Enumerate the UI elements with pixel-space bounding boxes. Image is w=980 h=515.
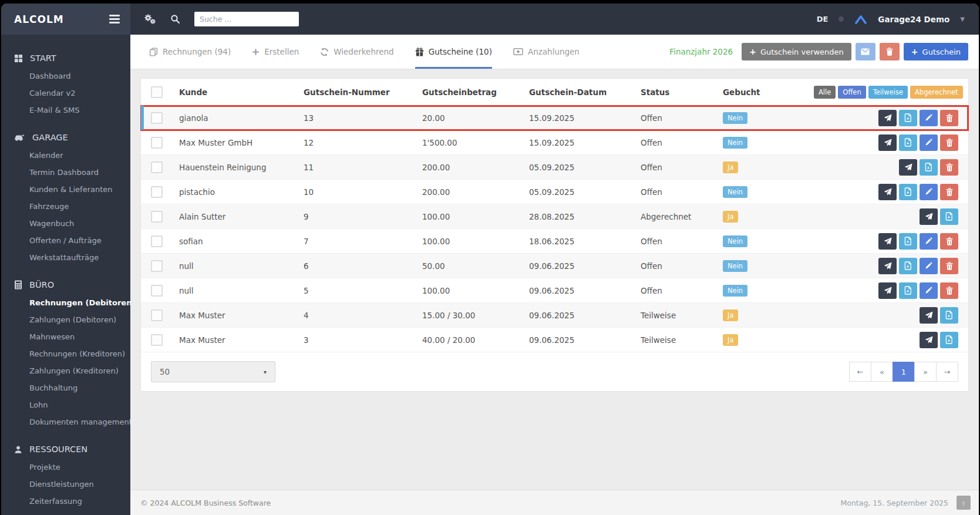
pdf-row-button[interactable]	[899, 258, 917, 274]
edit-row-button[interactable]	[920, 184, 938, 200]
delete-row-button[interactable]	[940, 110, 958, 126]
delete-row-button[interactable]	[940, 159, 958, 176]
column-header-gebucht[interactable]: Gebucht	[723, 87, 814, 97]
sidebar-item-offerten-auftr-ge[interactable]: Offerten / Aufträge	[1, 232, 130, 249]
row-checkbox[interactable]	[151, 309, 163, 321]
sidebar-item-zeiterfassung[interactable]: Zeiterfassung	[1, 493, 130, 510]
scroll-top-button[interactable]: ↑	[957, 496, 971, 510]
sidebar-item-rechnungen-kreditoren[interactable]: Rechnungen (Kreditoren)	[1, 345, 130, 362]
edit-row-button[interactable]	[920, 134, 938, 151]
page-button-[interactable]: »	[914, 362, 937, 382]
delete-row-button[interactable]	[940, 184, 958, 200]
table-row-max-muster-3[interactable]: Max Muster340.00 / 20.0009.06.2025Teilwe…	[141, 328, 968, 352]
sidebar-item-produkte[interactable]: Produkte	[1, 510, 130, 515]
pdf-row-button[interactable]	[899, 134, 917, 151]
column-header-status[interactable]: Status	[641, 87, 723, 97]
row-checkbox[interactable]	[151, 112, 163, 124]
language-selector[interactable]: DE	[817, 15, 829, 23]
sidebar-item-rechnungen-debitoren[interactable]: Rechnungen (Debitoren)	[1, 294, 130, 311]
table-row-max-muster-gmbh-12[interactable]: Max Muster GmbH121'500.0015.09.2025Offen…	[141, 130, 968, 155]
row-checkbox[interactable]	[151, 186, 163, 198]
filter-badge-alle[interactable]: Alle	[814, 86, 836, 99]
new-voucher-button[interactable]: +Gutschein	[904, 43, 968, 60]
edit-row-button[interactable]	[920, 110, 938, 126]
pdf-row-button[interactable]	[940, 208, 958, 225]
pdf-row-button[interactable]	[899, 110, 917, 126]
column-header-nummer[interactable]: Gutschein-Nummer	[304, 87, 422, 97]
sidebar-item-kunden-lieferanten[interactable]: Kunden & Lieferanten	[1, 181, 130, 198]
filter-badge-offen[interactable]: Offen	[838, 86, 866, 99]
delete-row-button[interactable]	[940, 233, 958, 250]
tab-anzahlungen[interactable]: Anzahlungen	[513, 35, 580, 69]
column-header-datum[interactable]: Gutschein-Datum	[529, 87, 641, 97]
use-voucher-button[interactable]: +Gutschein verwenden	[742, 43, 851, 60]
delete-row-button[interactable]	[940, 134, 958, 151]
sidebar-item-kalender[interactable]: Kalender	[1, 147, 130, 164]
pdf-row-button[interactable]	[899, 184, 917, 200]
search-icon[interactable]	[170, 14, 180, 24]
tab-rechnungen-94[interactable]: Rechnungen (94)	[149, 35, 231, 69]
sidebar-item-projekte[interactable]: Projekte	[1, 459, 130, 476]
sidebar-item-termin-dashboard[interactable]: Termin Dashboard	[1, 164, 130, 181]
edit-row-button[interactable]	[920, 282, 938, 299]
sidebar-item-zahlungen-kreditoren[interactable]: Zahlungen (Kreditoren)	[1, 362, 130, 379]
row-checkbox[interactable]	[151, 211, 163, 223]
pdf-row-button[interactable]	[940, 332, 958, 348]
table-row-max-muster-4[interactable]: Max Muster415.00 / 30.0009.06.2025Teilwe…	[141, 303, 968, 328]
table-row-hauenstein-reinigung-11[interactable]: Hauenstein Reinigung11200.0005.09.2025Of…	[141, 155, 968, 180]
sidebar-item-lohn[interactable]: Lohn	[1, 396, 130, 413]
table-row-gianola-13[interactable]: gianola1320.0015.09.2025OffenNein	[141, 106, 968, 130]
sidebar-item-dienstleistungen[interactable]: Dienstleistungen	[1, 476, 130, 493]
page-button-[interactable]: «	[871, 362, 893, 382]
column-header-betrag[interactable]: Gutscheinbetrag	[422, 87, 529, 97]
filter-badge-teilweise[interactable]: Teilweise	[868, 86, 908, 99]
edit-row-button[interactable]	[920, 258, 938, 274]
sidebar-item-calendar-v2[interactable]: Calendar v2	[1, 85, 130, 102]
delete-row-button[interactable]	[940, 258, 958, 274]
page-button-1[interactable]: 1	[893, 362, 915, 382]
notification-dot-icon[interactable]	[838, 16, 844, 22]
send-row-button[interactable]	[920, 208, 938, 225]
pdf-row-button[interactable]	[920, 159, 938, 176]
gears-icon[interactable]	[144, 14, 156, 25]
page-size-select[interactable]: 50 ▾	[151, 361, 275, 382]
table-row-sofian-7[interactable]: sofian7100.0018.06.2025OffenNein	[141, 229, 968, 254]
tab-gutscheine-10[interactable]: Gutscheine (10)	[415, 35, 492, 69]
send-row-button[interactable]	[878, 258, 897, 274]
delete-button[interactable]	[880, 43, 900, 60]
send-row-button[interactable]	[878, 233, 897, 250]
mail-button[interactable]	[856, 43, 875, 60]
table-row-null-5[interactable]: null5100.0009.06.2025OffenNein	[141, 278, 968, 303]
sidebar-item-zahlungen-debitoren[interactable]: Zahlungen (Debitoren)	[1, 311, 130, 328]
filter-badge-abgerechnet[interactable]: Abgerechnet	[910, 86, 963, 99]
sidebar-item-dashboard[interactable]: Dashboard	[1, 68, 130, 85]
menu-icon[interactable]	[109, 15, 120, 23]
sidebar-item-werkstattauftr-ge[interactable]: Werkstattaufträge	[1, 249, 130, 266]
chevron-down-icon[interactable]: ▼	[960, 16, 965, 22]
row-checkbox[interactable]	[151, 161, 163, 173]
select-all-checkbox[interactable]	[151, 86, 163, 98]
send-row-button[interactable]	[878, 134, 897, 151]
account-menu[interactable]: Garage24 Demo	[878, 15, 949, 24]
row-checkbox[interactable]	[151, 137, 163, 149]
sidebar-item-wagenbuch[interactable]: Wagenbuch	[1, 215, 130, 232]
pdf-row-button[interactable]	[940, 307, 958, 324]
table-row-null-6[interactable]: null650.0009.06.2025OffenNein	[141, 254, 968, 278]
sidebar-item-e-mail-sms[interactable]: E-Mail & SMS	[1, 102, 130, 119]
pdf-row-button[interactable]	[899, 233, 917, 250]
table-row-pistachio-10[interactable]: pistachio10200.0005.09.2025OffenNein	[141, 180, 968, 204]
send-row-button[interactable]	[920, 332, 938, 348]
pdf-row-button[interactable]	[899, 282, 917, 299]
sidebar-item-fahrzeuge[interactable]: Fahrzeuge	[1, 198, 130, 215]
column-header-kunde[interactable]: Kunde	[179, 87, 304, 97]
page-button-[interactable]: →	[936, 362, 958, 382]
row-checkbox[interactable]	[151, 285, 163, 297]
tab-wiederkehrend[interactable]: Wiederkehrend	[320, 35, 393, 69]
row-checkbox[interactable]	[151, 334, 163, 346]
page-button-[interactable]: ←	[849, 362, 871, 382]
row-checkbox[interactable]	[151, 235, 163, 247]
search-input[interactable]	[194, 12, 299, 26]
send-row-button[interactable]	[920, 307, 938, 324]
send-row-button[interactable]	[878, 110, 897, 126]
delete-row-button[interactable]	[940, 282, 958, 299]
